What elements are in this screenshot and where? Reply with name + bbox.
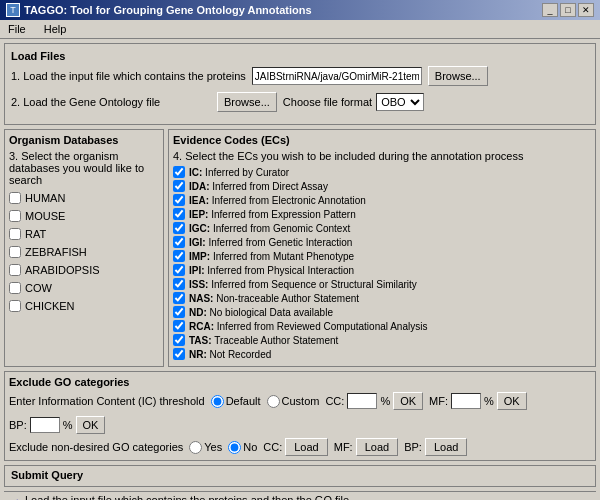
custom-radio-label: Custom xyxy=(267,395,320,408)
cc-load-group: CC: Load xyxy=(263,438,327,456)
ec-igi-row: IGI: Inferred from Genetic Interaction xyxy=(173,236,591,248)
ec-ipi-checkbox[interactable] xyxy=(173,264,185,276)
load-files-title: Load Files xyxy=(11,50,589,62)
ec-rca-label: RCA: Inferred from Reviewed Computationa… xyxy=(189,321,427,332)
organism-chicken-row: CHICKEN xyxy=(9,300,159,312)
default-radio[interactable] xyxy=(211,395,224,408)
ec-rca-checkbox[interactable] xyxy=(173,320,185,332)
mf-percent-sign: % xyxy=(484,395,494,407)
organism-section: Organism Databases 3. Select the organis… xyxy=(4,129,164,367)
mf-load-button[interactable]: Load xyxy=(356,438,398,456)
ec-imp-checkbox[interactable] xyxy=(173,250,185,262)
step2-label: 2. Load the Gene Ontology file xyxy=(11,96,211,108)
ec-igc-label: IGC: Inferred from Genomic Context xyxy=(189,223,350,234)
ec-iss-label: ISS: Inferred from Sequence or Structura… xyxy=(189,279,417,290)
ec-nd-checkbox[interactable] xyxy=(173,306,185,318)
cow-label: COW xyxy=(25,282,52,294)
exclude-desired-label: Exclude non-desired GO categories xyxy=(9,441,183,453)
evidence-section: Evidence Codes (ECs) 4. Select the ECs y… xyxy=(168,129,596,367)
ec-igi-checkbox[interactable] xyxy=(173,236,185,248)
load-files-section: Load Files 1. Load the input file which … xyxy=(4,43,596,125)
custom-radio[interactable] xyxy=(267,395,280,408)
ec-nr-checkbox[interactable] xyxy=(173,348,185,360)
exclude-go-section: Exclude GO categories Enter Information … xyxy=(4,371,596,461)
human-label: HUMAN xyxy=(25,192,65,204)
minimize-button[interactable]: _ xyxy=(542,3,558,17)
input-file-field[interactable] xyxy=(252,67,422,85)
mouse-checkbox[interactable] xyxy=(9,210,21,222)
ec-ida-row: IDA: Inferred from Direct Assay xyxy=(173,180,591,192)
custom-label: Custom xyxy=(282,395,320,407)
mf-group: MF: % OK xyxy=(429,392,527,410)
ec-iep-checkbox[interactable] xyxy=(173,208,185,220)
human-checkbox[interactable] xyxy=(9,192,21,204)
ec-iea-checkbox[interactable] xyxy=(173,194,185,206)
ec-imp-label: IMP: Inferred from Mutant Phenotype xyxy=(189,251,354,262)
cc-load-label: CC: xyxy=(263,441,282,453)
submit-query-section: Submit Query xyxy=(4,465,596,487)
ec-iep-label: IEP: Inferred from Expression Pattern xyxy=(189,209,356,220)
ec-tas-checkbox[interactable] xyxy=(173,334,185,346)
maximize-button[interactable]: □ xyxy=(560,3,576,17)
ec-ipi-row: IPI: Inferred from Physical Interaction xyxy=(173,264,591,276)
rat-label: RAT xyxy=(25,228,46,240)
status-bar: → Load the input file which contains the… xyxy=(4,491,596,500)
evidence-title: Evidence Codes (ECs) xyxy=(173,134,591,146)
cow-checkbox[interactable] xyxy=(9,282,21,294)
ec-nr-label: NR: Not Recorded xyxy=(189,349,271,360)
ec-iss-checkbox[interactable] xyxy=(173,278,185,290)
format-label: Choose file format xyxy=(283,96,372,108)
organism-title: Organism Databases xyxy=(9,134,159,146)
arrow-icon: → xyxy=(10,494,21,500)
menu-file[interactable]: File xyxy=(4,22,30,36)
ec-nas-checkbox[interactable] xyxy=(173,292,185,304)
ec-imp-row: IMP: Inferred from Mutant Phenotype xyxy=(173,250,591,262)
status-message: Load the input file which contains the p… xyxy=(25,494,349,500)
bp-load-label: BP: xyxy=(404,441,422,453)
rat-checkbox[interactable] xyxy=(9,228,21,240)
window-controls: _ □ ✕ xyxy=(542,3,594,17)
cc-ok-button[interactable]: OK xyxy=(393,392,423,410)
ec-igc-row: IGC: Inferred from Genomic Context xyxy=(173,222,591,234)
mf-percent-input[interactable] xyxy=(451,393,481,409)
window-title: TAGGO: Tool for Grouping Gene Ontology A… xyxy=(24,4,312,16)
zebrafish-checkbox[interactable] xyxy=(9,246,21,258)
cc-load-button[interactable]: Load xyxy=(285,438,327,456)
menu-help[interactable]: Help xyxy=(40,22,71,36)
ec-iep-row: IEP: Inferred from Expression Pattern xyxy=(173,208,591,220)
bp-load-button[interactable]: Load xyxy=(425,438,467,456)
mf-ok-button[interactable]: OK xyxy=(497,392,527,410)
format-select[interactable]: OBO OWL xyxy=(376,93,424,111)
submit-query-title: Submit Query xyxy=(11,469,589,481)
step1-label: 1. Load the input file which contains th… xyxy=(11,70,246,82)
chicken-checkbox[interactable] xyxy=(9,300,21,312)
cc-percent-input[interactable] xyxy=(347,393,377,409)
browse-input-button[interactable]: Browse... xyxy=(428,66,488,86)
mf-load-group: MF: Load xyxy=(334,438,398,456)
ec-igc-checkbox[interactable] xyxy=(173,222,185,234)
yes-radio[interactable] xyxy=(189,441,202,454)
ec-tas-label: TAS: Traceable Author Statement xyxy=(189,335,338,346)
yes-label: Yes xyxy=(204,441,222,453)
zebrafish-label: ZEBRAFISH xyxy=(25,246,87,258)
bp-ok-button[interactable]: OK xyxy=(76,416,106,434)
no-radio-label: No xyxy=(228,441,257,454)
close-button[interactable]: ✕ xyxy=(578,3,594,17)
cc-group: CC: % OK xyxy=(325,392,423,410)
ic-radio-group: Default Custom xyxy=(211,395,320,408)
organism-mouse-row: MOUSE xyxy=(9,210,159,222)
browse-go-button[interactable]: Browse... xyxy=(217,92,277,112)
no-radio[interactable] xyxy=(228,441,241,454)
evidence-select-label: 4. Select the ECs you wish to be include… xyxy=(173,150,591,162)
arabidopsis-checkbox[interactable] xyxy=(9,264,21,276)
bp-percent-input[interactable] xyxy=(30,417,60,433)
organism-rat-row: RAT xyxy=(9,228,159,240)
cc-label: CC: xyxy=(325,395,344,407)
chicken-label: CHICKEN xyxy=(25,300,75,312)
ec-ida-checkbox[interactable] xyxy=(173,180,185,192)
organism-arabidopsis-row: ARABIDOPSIS xyxy=(9,264,159,276)
bp-percent-sign: % xyxy=(63,419,73,431)
ec-ic-checkbox[interactable] xyxy=(173,166,185,178)
exclude-desired-row: Exclude non-desired GO categories Yes No… xyxy=(9,438,591,456)
bp-label: BP: xyxy=(9,419,27,431)
